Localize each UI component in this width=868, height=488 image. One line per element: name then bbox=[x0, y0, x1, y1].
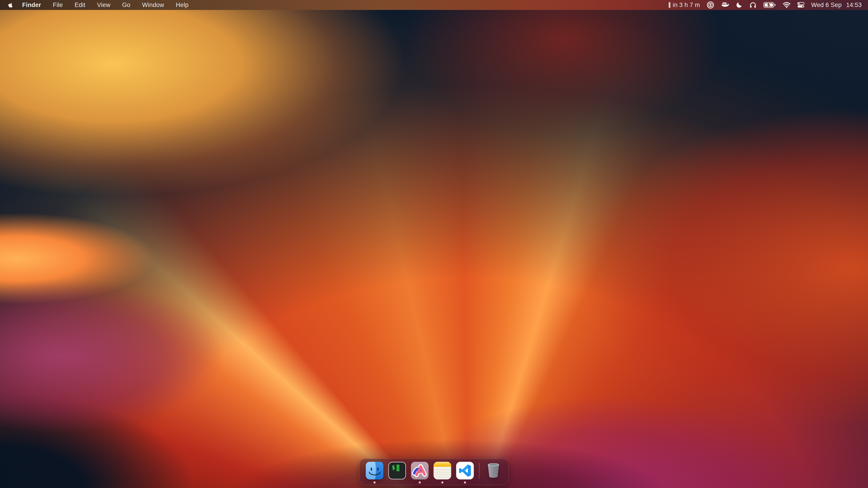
menu-bar-left: Finder File Edit View Go Window Help bbox=[0, 0, 194, 10]
dock-item-vscode[interactable] bbox=[454, 462, 476, 484]
moon-icon bbox=[736, 2, 743, 8]
menu-bar: Finder File Edit View Go Window Help in … bbox=[0, 0, 868, 10]
control-center-icon bbox=[797, 2, 804, 8]
dock-item-arc[interactable] bbox=[408, 462, 431, 484]
running-indicator bbox=[464, 482, 466, 484]
headphones-icon bbox=[749, 1, 756, 8]
trash-icon bbox=[485, 462, 502, 480]
status-docker[interactable] bbox=[721, 0, 729, 10]
menu-file[interactable]: File bbox=[47, 0, 69, 10]
running-indicator bbox=[419, 482, 421, 484]
menu-go[interactable]: Go bbox=[116, 0, 136, 10]
status-wifi[interactable] bbox=[783, 0, 790, 10]
arc-browser-icon bbox=[411, 462, 429, 480]
dock-item-finder[interactable] bbox=[363, 462, 386, 484]
wifi-icon bbox=[783, 2, 790, 8]
timer-capsule-icon bbox=[669, 2, 671, 8]
dock: $ bbox=[359, 459, 509, 485]
running-indicator bbox=[374, 482, 376, 484]
clock-date: Wed 6 Sep bbox=[811, 2, 842, 8]
notes-icon bbox=[434, 462, 451, 480]
menu-window[interactable]: Window bbox=[136, 0, 170, 10]
status-battery[interactable] bbox=[763, 0, 776, 10]
dock-item-terminal[interactable]: $ bbox=[386, 462, 408, 484]
terminal-prompt-glyph: $ bbox=[392, 465, 395, 470]
dock-item-trash[interactable] bbox=[482, 462, 505, 484]
status-focus-mode[interactable] bbox=[736, 0, 743, 10]
app-menu-title[interactable]: Finder bbox=[16, 0, 47, 10]
vscode-icon bbox=[456, 462, 474, 480]
menu-help[interactable]: Help bbox=[170, 0, 194, 10]
status-1password[interactable] bbox=[707, 0, 714, 10]
menu-bar-clock[interactable]: Wed 6 Sep 14:53 bbox=[811, 2, 862, 8]
wallpaper[interactable] bbox=[0, 0, 868, 488]
status-timer[interactable]: in 3 h 7 m bbox=[669, 0, 700, 10]
menu-edit[interactable]: Edit bbox=[69, 0, 91, 10]
apple-menu[interactable] bbox=[6, 0, 16, 10]
clock-time: 14:53 bbox=[846, 2, 862, 8]
status-control-center[interactable] bbox=[797, 0, 804, 10]
docker-whale-icon bbox=[721, 2, 729, 8]
status-audio-device[interactable] bbox=[749, 0, 756, 10]
1password-icon bbox=[707, 1, 714, 8]
timer-label: in 3 h 7 m bbox=[673, 2, 700, 8]
apple-logo-icon bbox=[8, 2, 13, 8]
menu-view[interactable]: View bbox=[91, 0, 116, 10]
finder-icon bbox=[366, 462, 383, 480]
battery-charging-icon bbox=[763, 2, 776, 8]
terminal-icon: $ bbox=[388, 462, 406, 480]
dock-separator bbox=[479, 463, 479, 479]
desktop: Finder File Edit View Go Window Help in … bbox=[0, 0, 868, 488]
dock-item-notes[interactable] bbox=[431, 462, 454, 484]
menu-bar-status-area: in 3 h 7 m bbox=[669, 0, 868, 10]
terminal-cursor bbox=[397, 465, 399, 471]
notes-header bbox=[434, 462, 451, 467]
running-indicator bbox=[441, 482, 443, 484]
